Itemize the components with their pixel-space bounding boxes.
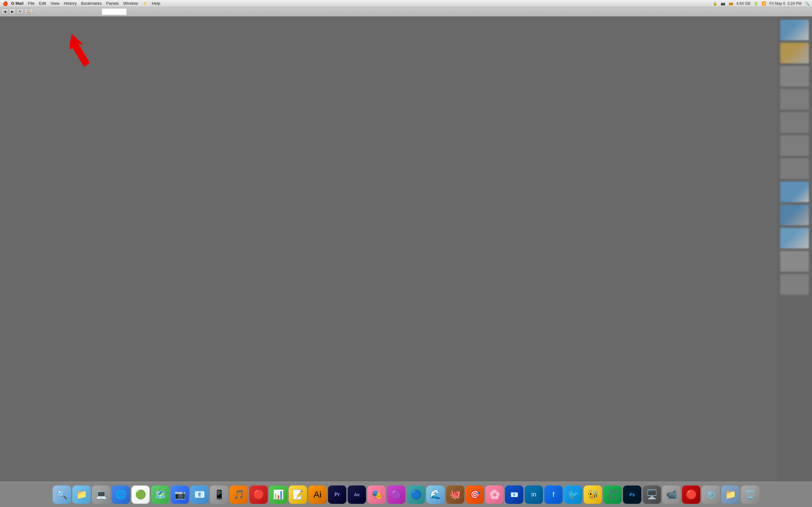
toolbar: ◀ ▶ ↻ 🏠 (0, 7, 812, 16)
thumbnail-9[interactable] (780, 205, 809, 225)
memory-display: 4.84 GB (737, 1, 751, 6)
dock-icon-linkedin[interactable]: in (525, 486, 543, 504)
dock-icon-trash[interactable]: 🗑️ (741, 486, 759, 504)
dock-icon-illustrator[interactable]: Ai (308, 486, 327, 504)
dock-icon-spotify[interactable]: 🎵 (603, 486, 622, 504)
dock-icon-premiere[interactable]: Pr (328, 486, 346, 504)
menu-window[interactable]: Window (123, 1, 138, 6)
menu-bookmarks[interactable]: Bookmarks (81, 1, 102, 6)
dock-icon-aftereffects[interactable]: Ae (348, 486, 366, 504)
thumbnail-6[interactable] (780, 135, 809, 156)
menu-bolt[interactable]: ⚡ (142, 1, 148, 6)
thumbnail-4[interactable] (780, 89, 809, 110)
menu-history[interactable]: History (64, 1, 77, 6)
apple-menu[interactable]: 🍎 (3, 1, 8, 6)
dock-icon-app8[interactable]: 🌸 (485, 486, 504, 504)
reload-button[interactable]: ↻ (16, 9, 24, 15)
dock-icon-app11[interactable]: 📹 (662, 486, 681, 504)
thumbnail-11[interactable] (780, 251, 809, 272)
dock: 🔍 📁 💻 🌐 🟢 🗺️ 📷 📧 📱 🎵 🔴 📊 📝 Ai Pr Ae 🎭 🟣 … (0, 482, 812, 507)
radio-icon[interactable]: 📻 (728, 1, 733, 6)
thumbnail-1[interactable] (780, 20, 809, 40)
dock-icon-facebook[interactable]: f (544, 486, 563, 504)
thumbnail-8[interactable] (780, 181, 809, 202)
dock-icon-app13[interactable]: ⚙️ (702, 486, 720, 504)
menu-bar: 🍎 G Mail File Edit View History Bookmark… (0, 0, 812, 7)
search-icon[interactable]: 🔍 (805, 1, 809, 6)
dock-icon-contacts[interactable]: 📱 (210, 486, 229, 504)
dock-icon-app7[interactable]: 🎯 (466, 486, 484, 504)
thumbnail-2[interactable] (780, 43, 809, 63)
dock-icon-twitter[interactable]: 🐦 (564, 486, 582, 504)
dock-icon-sheets[interactable]: 📊 (269, 486, 287, 504)
thumbnail-7[interactable] (780, 158, 809, 179)
dock-icon-app5[interactable]: 🌊 (426, 486, 445, 504)
menu-edit[interactable]: Edit (39, 1, 46, 6)
menu-panels[interactable]: Panels (106, 1, 119, 6)
dock-icon-app2[interactable]: 🎭 (367, 486, 386, 504)
dock-icon-app1[interactable]: 🔴 (249, 486, 268, 504)
dock-icon-app4[interactable]: 🔵 (407, 486, 425, 504)
url-bar[interactable] (101, 8, 127, 15)
thumbnail-3[interactable] (780, 66, 809, 87)
annotation-arrow (70, 32, 101, 83)
dock-icon-app6[interactable]: 🐙 (446, 486, 464, 504)
menu-help[interactable]: Help (152, 1, 160, 6)
main-content-area (0, 16, 812, 482)
dock-icon-notes[interactable]: 📝 (289, 486, 307, 504)
thumbnail-10[interactable] (780, 228, 809, 248)
thumbnail-12[interactable] (780, 274, 809, 295)
dock-icon-outlook[interactable]: 📧 (505, 486, 523, 504)
dock-icon-files[interactable]: 📁 (72, 486, 91, 504)
forward-button[interactable]: ▶ (9, 9, 16, 15)
back-button[interactable]: ◀ (1, 9, 8, 15)
dock-icon-finder[interactable]: 🔍 (53, 486, 71, 504)
battery-icon[interactable]: 🔋 (754, 1, 758, 6)
app-name-menu[interactable]: G Mail (11, 1, 23, 6)
menu-bar-right: 🔒 📷 📻 4.84 GB 🔋 📶 Fri May 6 3:24 PM 🔍 (713, 1, 809, 6)
menu-view[interactable]: View (50, 1, 59, 6)
toolbar-nav-buttons: ◀ ▶ ↻ 🏠 (1, 9, 33, 15)
dock-icon-maps[interactable]: 🗺️ (151, 486, 169, 504)
datetime-display: Fri May 6 3:24 PM (769, 1, 802, 6)
menu-file[interactable]: File (28, 1, 35, 6)
dock-icon-itunes[interactable]: 🎵 (230, 486, 248, 504)
dock-icon-chrome[interactable]: 🟢 (131, 486, 150, 504)
dock-icon-photoshop[interactable]: Ps (623, 486, 641, 504)
dock-icon-app10[interactable]: 🖥️ (643, 486, 661, 504)
dock-icon-app3[interactable]: 🟣 (387, 486, 405, 504)
dock-icon-mail[interactable]: 📧 (190, 486, 209, 504)
wifi-icon[interactable]: 📶 (762, 1, 766, 6)
camera-icon[interactable]: 📷 (721, 1, 725, 6)
home-button[interactable]: 🏠 (24, 9, 33, 15)
dock-icon-photos[interactable]: 📷 (171, 486, 189, 504)
svg-marker-0 (70, 32, 90, 69)
dock-icon-computer[interactable]: 💻 (92, 486, 110, 504)
right-thumbnail-panel (777, 16, 812, 482)
dock-icon-app12[interactable]: 🔴 (682, 486, 700, 504)
dock-icon-safari[interactable]: 🌐 (112, 486, 130, 504)
system-icon[interactable]: 🔒 (713, 1, 717, 6)
dock-icon-folder[interactable]: 📁 (721, 486, 740, 504)
dock-icon-app9[interactable]: 🐝 (583, 486, 602, 504)
thumbnail-5[interactable] (780, 112, 809, 133)
